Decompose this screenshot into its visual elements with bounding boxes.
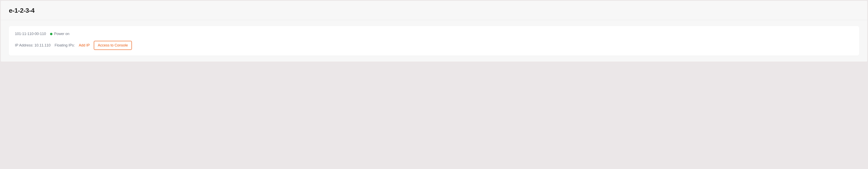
header-section: e-1-2-3-4 xyxy=(1,1,867,20)
info-card: 101-11-110-00-110 Power on IP Address: 1… xyxy=(9,26,859,55)
info-row-network: IP Address: 10.11.110 Floating IPs: Add … xyxy=(15,41,853,50)
page-title: e-1-2-3-4 xyxy=(9,7,859,14)
content-section: 101-11-110-00-110 Power on IP Address: 1… xyxy=(1,20,867,61)
access-console-button[interactable]: Access to Console xyxy=(94,41,132,50)
info-row-status: 101-11-110-00-110 Power on xyxy=(15,32,853,36)
page-container: e-1-2-3-4 101-11-110-00-110 Power on IP … xyxy=(1,1,867,61)
status-group: Power on xyxy=(50,32,69,36)
add-ip-link[interactable]: Add IP xyxy=(79,43,90,47)
power-status-label: Power on xyxy=(54,32,69,36)
ip-address-label: IP Address: 10.11.110 xyxy=(15,43,51,47)
power-status-dot-icon xyxy=(50,33,53,35)
floating-ips-label: Floating IPs: xyxy=(55,43,75,47)
machine-id: 101-11-110-00-110 xyxy=(15,32,46,36)
